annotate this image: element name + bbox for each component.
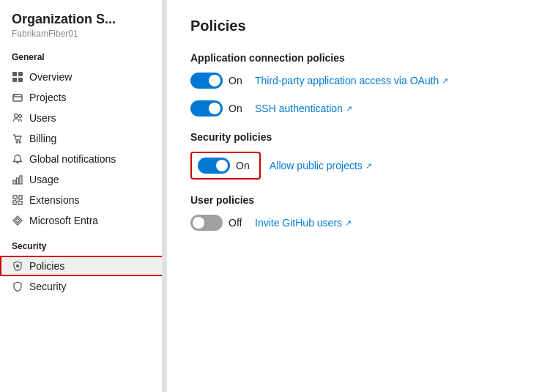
- oauth-policy-row: On Third-party application access via OA…: [190, 73, 519, 89]
- oauth-toggle-wrapper: On: [190, 73, 246, 89]
- sidebar-item-projects[interactable]: Projects: [0, 87, 166, 108]
- diamond-icon: [12, 215, 23, 226]
- people-icon: [12, 112, 23, 124]
- svg-point-6: [19, 115, 22, 118]
- application-connection-heading: Application connection policies: [190, 52, 519, 64]
- svg-rect-11: [20, 176, 22, 184]
- github-users-link-text: Invite GitHub users: [255, 217, 342, 229]
- github-users-toggle-label: Off: [229, 217, 246, 229]
- sidebar-item-extensions[interactable]: Extensions: [0, 190, 166, 210]
- svg-rect-2: [12, 78, 17, 82]
- github-users-policy-link[interactable]: Invite GitHub users ↗: [255, 217, 352, 229]
- bell-icon: [12, 153, 23, 165]
- svg-point-7: [16, 141, 18, 143]
- ssh-policy-link[interactable]: SSH authentication ↗: [255, 103, 352, 114]
- shield-icon: [12, 260, 23, 272]
- public-projects-toggle[interactable]: [198, 158, 230, 174]
- oauth-toggle[interactable]: [190, 73, 223, 89]
- sidebar-item-overview-label: Overview: [29, 71, 72, 83]
- svg-marker-12: [13, 216, 22, 225]
- ssh-link-text: SSH authentication: [255, 103, 343, 114]
- sidebar-item-policies[interactable]: Policies: [0, 256, 166, 276]
- org-name: Organization S...: [12, 12, 155, 27]
- external-link-icon-ssh: ↗: [346, 104, 352, 114]
- sidebar-item-billing[interactable]: Billing: [0, 128, 166, 149]
- sidebar-item-usage-label: Usage: [29, 174, 59, 185]
- svg-rect-10: [17, 178, 19, 184]
- page-title: Policies: [190, 18, 519, 34]
- sidebar-item-security-label: Security: [29, 281, 67, 292]
- sidebar-item-users[interactable]: Users: [0, 108, 166, 128]
- sidebar-item-billing-label: Billing: [29, 133, 56, 144]
- org-subtitle: FabrikamFiber01: [12, 29, 155, 39]
- grid-icon: [12, 71, 23, 83]
- sidebar-item-microsoft-entra-label: Microsoft Entra: [29, 215, 98, 226]
- sidebar-item-policies-label: Policies: [29, 260, 64, 272]
- public-projects-toggle-label: On: [236, 160, 253, 171]
- section-general: General: [0, 42, 166, 67]
- sidebar-item-users-label: Users: [29, 112, 56, 124]
- folder-icon: [12, 92, 23, 103]
- svg-rect-0: [12, 72, 17, 76]
- public-projects-highlighted: On: [190, 152, 261, 180]
- external-link-icon-public: ↗: [365, 161, 372, 171]
- ssh-toggle-wrapper: On: [190, 100, 246, 117]
- public-projects-policy-link[interactable]: Allow public projects ↗: [270, 160, 372, 171]
- svg-point-14: [17, 265, 19, 267]
- main-content: Policies Application connection policies…: [167, 0, 542, 392]
- sidebar-item-usage[interactable]: Usage: [0, 169, 166, 190]
- svg-rect-1: [18, 72, 23, 76]
- external-link-icon-github: ↗: [345, 218, 352, 228]
- oauth-policy-link[interactable]: Third-party application access via OAuth…: [255, 75, 448, 86]
- org-header: Organization S... FabrikamFiber01: [0, 12, 166, 42]
- sidebar-item-microsoft-entra[interactable]: Microsoft Entra: [0, 210, 166, 231]
- cart-icon: [12, 133, 23, 144]
- sidebar-item-projects-label: Projects: [29, 92, 67, 103]
- chart-icon: [12, 174, 23, 185]
- puzzle-icon: [12, 194, 23, 206]
- oauth-link-text: Third-party application access via OAuth: [255, 75, 439, 86]
- github-users-policy-row: Off Invite GitHub users ↗: [190, 215, 519, 231]
- ssh-toggle[interactable]: [190, 100, 223, 117]
- user-policies-heading: User policies: [190, 194, 519, 206]
- public-projects-link-text: Allow public projects: [270, 160, 363, 171]
- github-users-toggle-wrapper: Off: [190, 215, 246, 231]
- ssh-policy-row: On SSH authentication ↗: [190, 100, 519, 117]
- user-policies-section: User policies Off Invite GitHub users ↗: [190, 194, 519, 231]
- application-connection-section: Application connection policies On Third…: [190, 52, 519, 117]
- sidebar-scrollbar[interactable]: [162, 0, 166, 392]
- security-policies-heading: Security policies: [190, 131, 519, 143]
- svg-point-8: [19, 141, 21, 143]
- svg-rect-3: [18, 78, 23, 82]
- shield-outline-icon: [12, 281, 23, 292]
- svg-marker-13: [15, 218, 20, 223]
- sidebar-item-extensions-label: Extensions: [29, 194, 79, 206]
- sidebar-item-global-notifications[interactable]: Global notifications: [0, 149, 166, 169]
- sidebar-item-security[interactable]: Security: [0, 276, 166, 297]
- sidebar-item-global-notifications-label: Global notifications: [29, 153, 116, 165]
- security-policies-section: Security policies On Allow public projec…: [190, 131, 519, 180]
- external-link-icon: ↗: [442, 76, 448, 86]
- oauth-toggle-label: On: [229, 75, 246, 86]
- ssh-toggle-label: On: [229, 103, 246, 114]
- section-security: Security: [0, 231, 166, 256]
- sidebar-item-overview[interactable]: Overview: [0, 67, 166, 87]
- svg-rect-9: [13, 180, 15, 184]
- github-users-toggle[interactable]: [190, 215, 223, 231]
- svg-point-5: [15, 114, 18, 118]
- sidebar: Organization S... FabrikamFiber01 Genera…: [0, 0, 167, 392]
- public-projects-policy-row: On Allow public projects ↗: [190, 152, 519, 180]
